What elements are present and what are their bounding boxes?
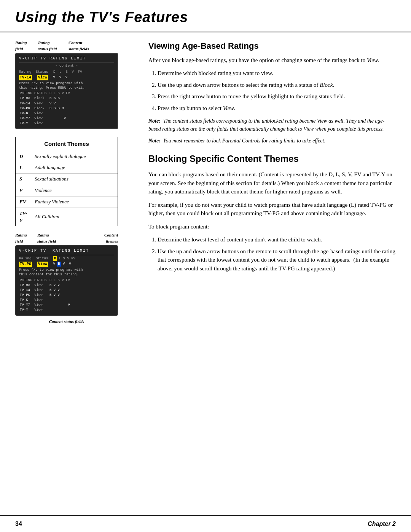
table-row: SSexual situations [16,174,118,185]
tv1-title: V-CHIP TV RATING LIMIT [19,56,86,62]
tv2-caption-themes: Contentthemes [68,232,118,244]
content-themes-box: Content Themes DSexually explicit dialog… [15,137,118,227]
table-row: FVFantasy Violence [16,196,118,208]
section1-para1: After you block age-based ratings, you h… [148,56,396,65]
tv2-header: RATING STATUS D L S V FV [19,278,114,283]
tv2-status-highlight: View [37,262,48,267]
tv1-header: RATING STATUS D L S V FV [19,91,114,96]
section1-heading: Viewing Age-Based Ratings [148,40,396,52]
tv2-captions: Ratingfield Ratingstatus field Contentth… [15,232,118,244]
tv2-current-row: TV-PG View V B V V [19,262,114,267]
table-row: TV-Y7View V [19,303,114,308]
table-row: TV-YAll Children [16,208,118,226]
section1-steps: Determine which blocked rating you want … [148,69,396,112]
tv-screen-2: V-CHIP TV RATING LIMIT Ra ing Stitus D L… [15,245,118,316]
table-row: TV-MABlockB B B [19,96,114,101]
table-row: LAdult language [16,162,118,174]
table-row: TV-14ViewV V [19,101,114,106]
tv-screen-1: V-CHIP TV RATING LIMIT - content - Rat n… [15,53,118,129]
tv2-caption-status: Ratingstatus field [37,232,68,244]
main-content: Ratingfield Ratingstatus field Contentst… [0,32,411,340]
tv1-caption-rating-status: Ratingstatus field [38,40,68,52]
tv1-current-row: TV-14 View V V V [19,75,114,81]
page-title: Using the TV's Features [15,7,396,28]
right-column: Viewing Age-Based Ratings After you bloc… [145,40,396,325]
table-row: TV-YView [19,308,114,313]
tv1-table: RATING STATUS D L S V FV TV-MABlockB B B… [19,91,114,126]
tv2-rating-highlight: TV-PG [19,262,32,267]
tv1-note: Press ^/v to view programs withthis rati… [19,81,114,90]
tv2-title: V-CHIP TV RATING LIMIT [19,248,89,254]
tv2-table: RATING STATUS D L S V FV TV-MAViewB V V … [19,278,114,313]
section2-heading: Blocking Specific Content Themes [148,152,396,166]
list-item: Press the up button to select View. [158,104,396,113]
tv1-header-row: Rat ng Status D L S V FV [19,70,114,75]
section2-para2: For example, if you do not want your chi… [148,201,396,218]
list-item: Use the up and down arrow buttons on the… [158,247,396,273]
table-row: TV-Y7View V [19,116,114,121]
content-themes-table: DSexually explicit dialogueLAdult langua… [16,151,118,226]
section2-para3: To block program content: [148,222,396,231]
list-item: Determine which blocked rating you want … [158,69,396,78]
left-column: Ratingfield Ratingstatus field Contentst… [15,40,133,325]
table-row: TV-YView [19,121,114,126]
table-row: VViolence [16,185,118,197]
tv1-captions: Ratingfield Ratingstatus field Contentst… [15,40,118,52]
tv1-status-highlight: View [37,75,48,81]
section1-note1: Note: The content status fields correspo… [148,117,396,133]
tv2-caption-rating: Ratingfield [15,232,37,244]
tv1-caption-rating-field: Ratingfield [15,40,38,52]
tv1-subtitle: - content - [19,64,114,69]
content-themes-header: Content Themes [16,137,118,151]
section2-steps: Determine the lowest level of content yo… [148,235,396,273]
table-row: TV-PGBlockB B B B [19,106,114,111]
footer-chapter: Chapter 2 [368,519,396,528]
tv1-rating-highlight: TV-14 [19,75,32,81]
list-item: Determine the lowest level of content yo… [158,235,396,244]
tv2-header-row: Ra ing Stitus D L S V FV [19,256,114,261]
table-row: DSexually explicit dialogue [16,151,118,162]
list-item: Use the up and down arrow buttons to sel… [158,81,396,89]
title-bar: Using the TV's Features [0,0,411,32]
table-row: TV-MAViewB V V [19,283,114,288]
tv2-note: Press ^/v to view programs withthis cont… [19,268,114,277]
table-row: TV-GView [19,298,114,303]
table-row: TV-PGViewB V V [19,293,114,298]
footer: 34 Chapter 2 [0,515,411,532]
table-row: TV-14ViewB V V [19,288,114,293]
list-item: Press the right arrow button to move the… [158,92,396,101]
tv2-caption-below: Content status fields [15,319,118,325]
section2-para1: You can block programs based on their co… [148,170,396,196]
footer-page-number: 34 [15,519,22,528]
tv1-caption-content-status: Contentstatus fields [68,40,118,52]
table-row: TV-GView [19,111,114,116]
section1-note2: Note: You must remember to lock Parental… [148,137,396,145]
